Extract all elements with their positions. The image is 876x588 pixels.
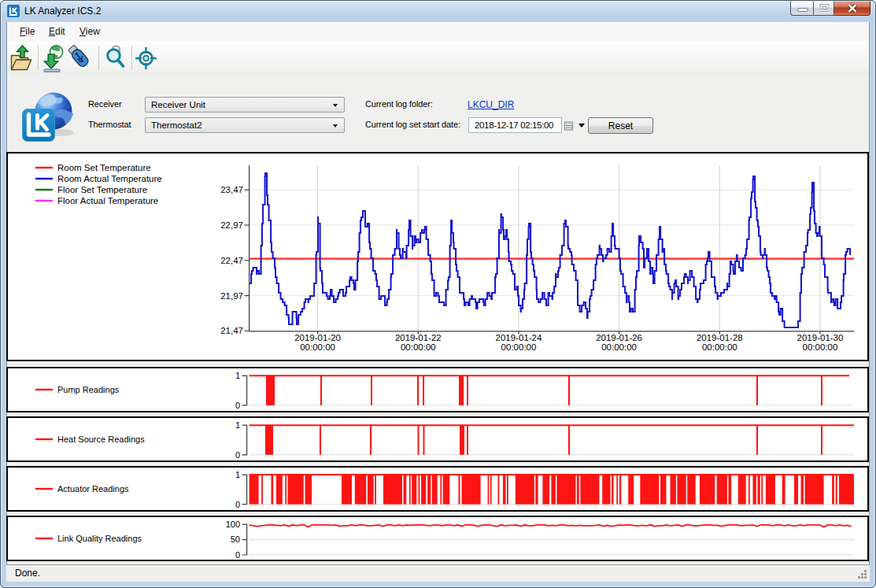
svg-text:Room Set Temperature: Room Set Temperature (57, 163, 151, 172)
svg-text:50: 50 (231, 534, 240, 544)
svg-text:1: 1 (235, 371, 240, 380)
svg-text:Floor Actual Temperature: Floor Actual Temperature (57, 196, 158, 205)
svg-text:0: 0 (235, 500, 240, 509)
svg-text:00:00:00: 00:00:00 (401, 342, 436, 352)
svg-text:2019-01-26: 2019-01-26 (596, 333, 642, 342)
svg-text:1: 1 (235, 470, 240, 479)
svg-text:0: 0 (235, 550, 240, 560)
svg-text:0: 0 (235, 450, 240, 460)
svg-text:23,47: 23,47 (220, 185, 243, 194)
svg-text:21,97: 21,97 (220, 291, 243, 301)
svg-text:21,47: 21,47 (220, 326, 243, 335)
svg-text:00:00:00: 00:00:00 (300, 342, 335, 352)
svg-text:Link Quality Readings: Link Quality Readings (57, 534, 142, 543)
svg-text:2019-01-20: 2019-01-20 (294, 333, 341, 342)
svg-text:1: 1 (235, 420, 240, 430)
svg-text:Heat Source Readings: Heat Source Readings (57, 435, 145, 444)
svg-text:Room Actual Temperature: Room Actual Temperature (57, 174, 162, 183)
svg-text:00:00:00: 00:00:00 (501, 342, 537, 352)
svg-text:22,47: 22,47 (220, 256, 243, 265)
svg-text:22,97: 22,97 (220, 220, 243, 230)
svg-text:0: 0 (235, 401, 240, 410)
svg-text:100: 100 (226, 520, 240, 529)
svg-text:2019-01-24: 2019-01-24 (496, 333, 542, 342)
svg-text:00:00:00: 00:00:00 (803, 342, 838, 352)
svg-text:Pump Readings: Pump Readings (57, 385, 120, 394)
svg-text:Floor Set Temperature: Floor Set Temperature (57, 185, 147, 194)
svg-text:00:00:00: 00:00:00 (601, 342, 637, 352)
svg-text:Actuator Readings: Actuator Readings (57, 484, 129, 494)
svg-text:2019-01-30: 2019-01-30 (797, 333, 844, 342)
svg-text:2019-01-28: 2019-01-28 (697, 333, 743, 342)
svg-text:00:00:00: 00:00:00 (702, 342, 737, 352)
svg-text:2019-01-22: 2019-01-22 (395, 333, 442, 342)
